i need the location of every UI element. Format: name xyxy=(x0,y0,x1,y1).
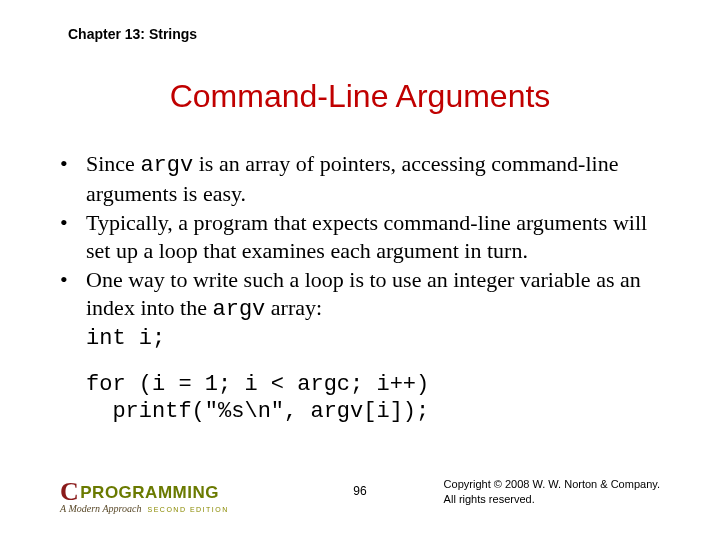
copyright-line: All rights reserved. xyxy=(444,492,660,506)
chapter-header: Chapter 13: Strings xyxy=(68,26,197,42)
code-inline: argv xyxy=(140,153,193,178)
text-run: array: xyxy=(265,295,322,320)
text-run: Typically, a program that expects comman… xyxy=(86,210,647,263)
code-prelude: int i; xyxy=(86,325,660,353)
slide-title: Command-Line Arguments xyxy=(0,78,720,115)
bullet-item: • Typically, a program that expects comm… xyxy=(60,209,660,264)
bullet-item: • Since argv is an array of pointers, ac… xyxy=(60,150,660,207)
bullet-text: Typically, a program that expects comman… xyxy=(86,209,660,264)
bullet-text: Since argv is an array of pointers, acce… xyxy=(86,150,660,207)
code-block: for (i = 1; i < argc; i++) printf("%s\n"… xyxy=(86,371,660,426)
code-inline: argv xyxy=(212,297,265,322)
content-area: • Since argv is an array of pointers, ac… xyxy=(60,150,660,426)
bullet-item: • One way to write such a loop is to use… xyxy=(60,266,660,323)
brand-edition: SECOND EDITION xyxy=(147,506,228,513)
bullet-mark: • xyxy=(60,150,86,207)
brand-subtitle: A Modern ApproachSECOND EDITION xyxy=(60,504,229,514)
bullet-text: One way to write such a loop is to use a… xyxy=(86,266,660,323)
text-run: One way to write such a loop is to use a… xyxy=(86,267,641,320)
bullet-mark: • xyxy=(60,266,86,323)
bullet-mark: • xyxy=(60,209,86,264)
text-run: Since xyxy=(86,151,140,176)
copyright-notice: Copyright © 2008 W. W. Norton & Company.… xyxy=(444,477,660,506)
footer: CPROGRAMMING A Modern ApproachSECOND EDI… xyxy=(0,470,720,520)
copyright-line: Copyright © 2008 W. W. Norton & Company. xyxy=(444,477,660,491)
